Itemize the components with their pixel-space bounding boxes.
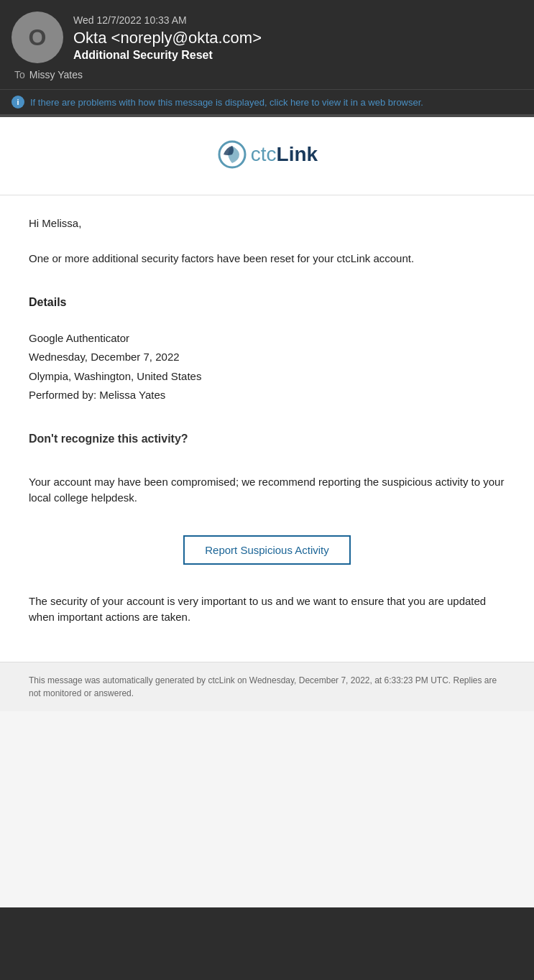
detail-authenticator: Google Authenticator — [29, 330, 505, 347]
content-section: Hi Melissa, One or more additional secur… — [0, 195, 534, 662]
avatar: O — [11, 11, 63, 63]
sender-name: Okta <noreply@okta.com> — [73, 29, 262, 47]
detail-block: Google Authenticator Wednesday, December… — [29, 330, 505, 404]
info-bar[interactable]: i If there are problems with how this me… — [0, 89, 534, 114]
email-date: Wed 12/7/2022 10:33 AM — [73, 14, 262, 26]
report-btn-container: Report Suspicious Activity — [29, 535, 505, 565]
compromised-text: Your account may have been compromised; … — [29, 474, 505, 507]
detail-performed-by: Performed by: Melissa Yates — [29, 387, 505, 404]
email-subject: Additional Security Reset — [73, 49, 262, 62]
details-heading: Details — [29, 296, 505, 309]
to-label: To — [14, 69, 25, 80]
footer-section: This message was automatically generated… — [0, 662, 534, 711]
footer-text: This message was automatically generated… — [29, 674, 505, 700]
sender-info: Wed 12/7/2022 10:33 AM Okta <noreply@okt… — [73, 11, 262, 62]
email-header: O Wed 12/7/2022 10:33 AM Okta <noreply@o… — [0, 0, 534, 89]
dont-recognize-heading: Don't recognize this activity? — [29, 433, 505, 445]
ctclink-logo: ctcLink — [216, 139, 318, 170]
logo-section: ctcLink — [0, 117, 534, 195]
security-note: The security of your account is very imp… — [29, 593, 505, 626]
detail-location: Olympia, Washington, United States — [29, 369, 505, 385]
logo-text-ctc: ctc — [251, 143, 277, 165]
email-main-message: One or more additional security factors … — [29, 251, 505, 267]
email-greeting: Hi Melissa, — [29, 217, 505, 229]
info-bar-text: If there are problems with how this mess… — [30, 97, 423, 108]
ctclink-logo-icon — [216, 139, 248, 170]
logo-text-link: Link — [277, 143, 318, 165]
to-row: To Missy Yates — [11, 69, 523, 80]
report-suspicious-activity-button[interactable]: Report Suspicious Activity — [183, 535, 351, 565]
info-icon: i — [11, 96, 24, 108]
detail-date: Wednesday, December 7, 2022 — [29, 349, 505, 366]
to-name: Missy Yates — [29, 69, 83, 80]
email-body: ctcLink Hi Melissa, One or more addition… — [0, 117, 534, 907]
